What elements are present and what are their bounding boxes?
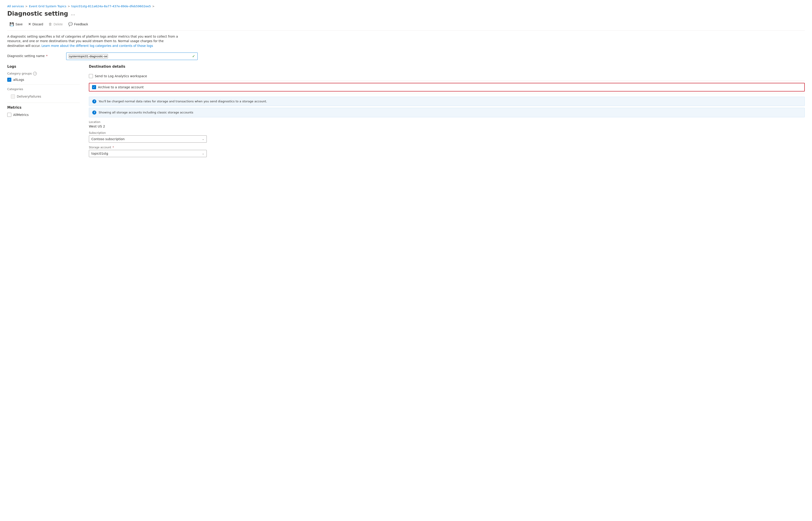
discard-label: Discard: [33, 22, 43, 26]
log-analytics-label: Send to Log Analytics workspace: [95, 74, 147, 78]
breadcrumb-sep-3: >: [152, 5, 154, 8]
feedback-button[interactable]: 💬 Feedback: [66, 21, 90, 28]
discard-icon: ✕: [28, 22, 31, 26]
required-star: *: [45, 54, 48, 58]
breadcrumb-all-services[interactable]: All services: [7, 4, 24, 8]
right-panel: Destination details Send to Log Analytic…: [89, 65, 805, 157]
info-boxes: You'll be charged normal data rates for …: [89, 97, 805, 117]
archive-storage-highlight: Archive to a storage account: [89, 83, 805, 91]
delete-label: Delete: [54, 22, 63, 26]
all-logs-checkbox-row: allLogs: [7, 78, 80, 82]
more-options-button[interactable]: ...: [71, 11, 75, 16]
breadcrumb-event-grid[interactable]: Event Grid System Topics: [29, 4, 66, 8]
storage-required-star: *: [112, 146, 114, 149]
save-label: Save: [16, 22, 23, 26]
diagnostic-name-input[interactable]: [69, 54, 108, 59]
location-group: Location West US 2: [89, 120, 805, 128]
info-icon-1: [92, 99, 97, 104]
archive-storage-label: Archive to a storage account: [98, 85, 144, 89]
diagnostic-name-input-wrapper: ✓: [66, 52, 198, 60]
all-metrics-checkbox-row: AllMetrics: [7, 113, 80, 117]
category-groups-label: Category groups i: [7, 72, 80, 75]
metrics-section-title: Metrics: [7, 106, 80, 110]
categories-label: Categories: [7, 87, 80, 91]
diagnostic-name-row: Diagnostic setting name * ✓: [7, 52, 805, 60]
location-label: Location: [89, 120, 805, 123]
all-metrics-label: AllMetrics: [13, 113, 28, 117]
logs-section: Logs Category groups i allLogs Categorie…: [7, 65, 80, 100]
discard-button[interactable]: ✕ Discard: [26, 21, 45, 28]
learn-more-link[interactable]: Learn more about the different log categ…: [42, 44, 153, 48]
log-analytics-checkbox[interactable]: [89, 74, 93, 78]
feedback-label: Feedback: [74, 22, 88, 26]
storage-accounts-text: Showing all storage accounts including c…: [99, 110, 193, 115]
toolbar: 💾 Save ✕ Discard 🗑 Delete 💬 Feedback: [7, 21, 805, 30]
breadcrumb-sep-2: >: [68, 5, 70, 8]
save-button[interactable]: 💾 Save: [7, 21, 25, 28]
delivery-failures-checkbox[interactable]: [11, 94, 15, 98]
all-metrics-checkbox[interactable]: [7, 113, 11, 117]
storage-account-group: Storage account * topic01stg ⌄: [89, 146, 805, 157]
log-analytics-option: Send to Log Analytics workspace: [89, 72, 805, 81]
storage-accounts-info-box: Showing all storage accounts including c…: [89, 108, 805, 117]
delivery-failures-label: DeliveryFailures: [17, 95, 41, 98]
category-groups-info-icon[interactable]: i: [33, 72, 37, 75]
subscription-label: Subscription: [89, 131, 805, 135]
subscription-group: Subscription Contoso subscription ⌄: [89, 131, 805, 143]
save-icon: 💾: [9, 22, 14, 26]
description: A diagnostic setting specifies a list of…: [7, 34, 179, 48]
delete-icon: 🗑: [48, 22, 52, 26]
archive-option-container: Archive to a storage account: [89, 81, 805, 94]
logs-section-title: Logs: [7, 65, 80, 69]
info-icon-2: [92, 111, 97, 115]
storage-charge-text: You'll be charged normal data rates for …: [99, 99, 267, 104]
valid-checkmark-icon: ✓: [192, 54, 195, 59]
diagnostic-name-label: Diagnostic setting name *: [7, 52, 66, 58]
destination-section-title: Destination details: [89, 65, 805, 69]
all-logs-label: allLogs: [13, 78, 24, 82]
breadcrumb-sep-1: >: [25, 5, 28, 8]
delete-button[interactable]: 🗑 Delete: [46, 21, 65, 28]
page-header: Diagnostic setting ...: [7, 10, 805, 17]
left-panel: Logs Category groups i allLogs Categorie…: [7, 65, 80, 157]
subscription-chevron-icon: ⌄: [202, 137, 204, 141]
breadcrumb: All services > Event Grid System Topics …: [7, 4, 805, 8]
storage-account-value: topic01stg: [91, 152, 108, 155]
metrics-section: Metrics AllMetrics: [7, 106, 80, 117]
main-layout: Logs Category groups i allLogs Categorie…: [7, 65, 805, 157]
page-title: Diagnostic setting: [7, 10, 68, 17]
storage-account-label: Storage account *: [89, 146, 805, 149]
logs-metrics-divider: [7, 103, 80, 103]
storage-account-chevron-icon: ⌄: [202, 152, 204, 155]
breadcrumb-topic[interactable]: topic01stg-811a624a-8a77-437e-89de-dfeb5…: [71, 4, 151, 8]
location-value: West US 2: [89, 124, 805, 128]
subscription-select[interactable]: Contoso subscription ⌄: [89, 135, 207, 143]
storage-account-select[interactable]: topic01stg ⌄: [89, 150, 207, 157]
archive-storage-checkbox[interactable]: [92, 85, 96, 89]
feedback-icon: 💬: [68, 22, 73, 26]
all-logs-checkbox[interactable]: [7, 78, 11, 82]
subscription-value: Contoso subscription: [91, 137, 125, 141]
delivery-failures-item: DeliveryFailures: [7, 93, 80, 100]
storage-charge-info-box: You'll be charged normal data rates for …: [89, 97, 805, 106]
